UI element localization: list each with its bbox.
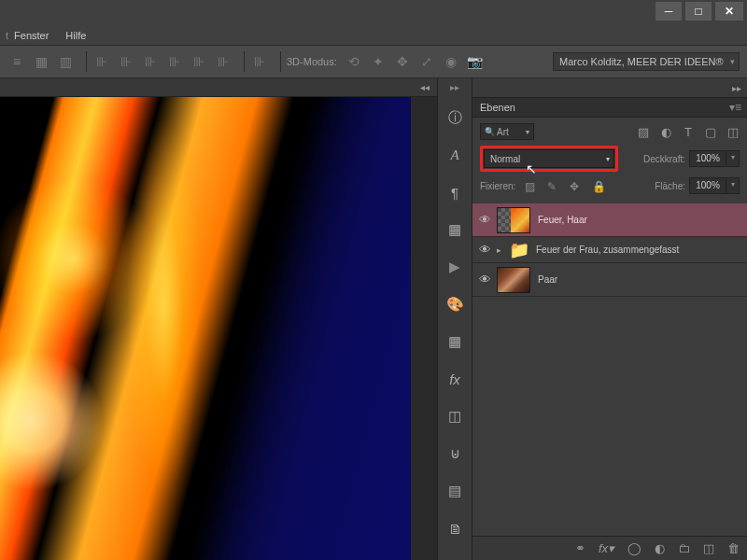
opacity-flyout-icon[interactable]: ▾	[726, 150, 740, 167]
layer-name[interactable]: Feuer der Frau, zusammengefasst	[536, 245, 679, 255]
distribute-icon[interactable]: ⊪	[250, 52, 269, 71]
document-icon[interactable]: 🗎	[442, 515, 468, 541]
pan-icon[interactable]: ✦	[369, 52, 388, 71]
filter-adjust-icon[interactable]: ◐	[659, 125, 672, 138]
distribute-icon[interactable]: ⊪	[190, 52, 208, 71]
menu-fenster[interactable]: Fenster	[14, 30, 49, 41]
filter-pixel-icon[interactable]: ▨	[637, 125, 650, 138]
workspace-dropdown[interactable]: Marco Kolditz, MEER DER IDEEN®	[553, 52, 740, 71]
distribute-icon[interactable]: ⊪	[165, 52, 184, 71]
visibility-icon[interactable]: 👁	[472, 213, 497, 227]
fill-input[interactable]: 100%	[689, 177, 726, 194]
new-layer-icon[interactable]: ◫	[703, 541, 714, 555]
distribute-icon[interactable]: ⊪	[92, 52, 111, 71]
fx-icon[interactable]: fx	[442, 366, 468, 392]
mask-icon[interactable]: ◯	[627, 541, 641, 555]
group-icon[interactable]: 🗀	[678, 541, 690, 555]
maximize-button[interactable]: □	[685, 2, 712, 21]
orbit-icon[interactable]: ⟲	[345, 52, 363, 71]
align-icon[interactable]: ≡	[7, 52, 26, 71]
play-icon[interactable]: ▶	[442, 254, 468, 280]
minimize-button[interactable]: ─	[655, 2, 682, 21]
link-icon[interactable]: ⚭	[575, 541, 585, 555]
layer-thumbnail[interactable]	[497, 267, 530, 293]
align-icon[interactable]: ▥	[56, 52, 75, 71]
collapse-icon[interactable]: ◂◂	[420, 82, 430, 92]
swatches-icon[interactable]: ▦	[442, 217, 468, 243]
opacity-input[interactable]: 100%	[689, 150, 726, 167]
blend-mode-value: Normal	[490, 154, 520, 164]
panel-title[interactable]: Ebenen	[480, 102, 729, 113]
layers-list: 👁 Feuer, Haar 👁 ▸ Feuer der Frau, zusamm…	[472, 203, 747, 536]
adjustment-icon[interactable]: ◐	[655, 541, 665, 555]
collapse-icon[interactable]: ▸▸	[732, 83, 741, 93]
visibility-icon[interactable]: 👁	[472, 273, 497, 287]
filter-shape-icon[interactable]: ▢	[704, 125, 717, 138]
fill-label: Fläche:	[655, 181, 685, 191]
blend-mode-dropdown[interactable]: Normal ↖	[484, 149, 614, 168]
color-icon[interactable]: 🎨	[442, 291, 468, 317]
scale-icon[interactable]: ⤢	[417, 52, 436, 71]
layer-row[interactable]: 👁 Feuer, Haar	[472, 203, 747, 237]
panel-dock: ▸▸ ⓘ A ¶ ▦ ▶ 🎨 ▦ fx ◫ ⊍ ▤ 🗎	[437, 78, 472, 560]
lock-position-icon[interactable]: ✥	[570, 180, 582, 192]
menu-hilfe[interactable]: Hilfe	[65, 30, 86, 41]
distribute-icon[interactable]: ⊪	[141, 52, 160, 71]
lock-transparent-icon[interactable]: ▨	[525, 180, 537, 192]
panel-header: Ebenen ▾≡	[472, 97, 747, 118]
distribute-icon[interactable]: ⊪	[214, 52, 233, 71]
layer-name[interactable]: Paar	[538, 274, 557, 285]
fill-flyout-icon[interactable]: ▾	[726, 177, 740, 194]
align-icon[interactable]: ▦	[32, 52, 50, 71]
grid-icon[interactable]: ▦	[442, 329, 468, 355]
folder-icon[interactable]	[510, 242, 529, 259]
canvas-area[interactable]: ◂◂	[0, 78, 437, 560]
cursor-icon: ↖	[526, 161, 537, 176]
layer-row[interactable]: 👁 ▸ Feuer der Frau, zusammengefasst	[472, 237, 747, 263]
visibility-icon[interactable]: 👁	[472, 243, 497, 257]
trash-icon[interactable]: 🗑	[727, 541, 740, 555]
character-icon[interactable]: A	[442, 142, 468, 168]
highlight-annotation: Normal ↖	[480, 146, 618, 172]
move-icon[interactable]: ✥	[393, 52, 412, 71]
camera-icon[interactable]: 📷	[466, 52, 485, 71]
info-icon[interactable]: ⓘ	[442, 105, 468, 131]
filter-smart-icon[interactable]: ◫	[726, 125, 740, 138]
fx-icon[interactable]: fx▾	[599, 541, 614, 555]
light-icon[interactable]: ◉	[442, 52, 460, 71]
paragraph-icon[interactable]: ¶	[442, 179, 468, 205]
close-button[interactable]: ✕	[715, 2, 743, 21]
navigator-icon[interactable]: ▤	[442, 478, 468, 504]
layers-icon[interactable]: ◫	[442, 403, 468, 429]
mode3d-label: 3D-Modus:	[287, 56, 337, 67]
lock-label: Fixieren:	[480, 181, 515, 191]
expand-icon[interactable]: ▸	[497, 245, 510, 255]
layer-thumbnail[interactable]	[497, 207, 530, 233]
collapse-icon[interactable]: ▸▸	[450, 82, 459, 92]
menu-bar: t Fenster Hilfe	[0, 26, 747, 45]
layer-row[interactable]: 👁 Paar	[472, 263, 747, 297]
opacity-label: Deckkraft:	[643, 154, 685, 164]
lock-pixels-icon[interactable]: ✎	[547, 180, 559, 192]
lock-all-icon[interactable]: 🔒	[592, 180, 604, 192]
layers-footer: ⚭ fx▾ ◯ ◐ 🗀 ◫ 🗑	[472, 536, 747, 560]
layer-name[interactable]: Feuer, Haar	[538, 215, 587, 225]
filter-type-icon[interactable]: T	[682, 125, 695, 138]
canvas[interactable]	[0, 97, 411, 560]
layer-filter-dropdown[interactable]: Art	[480, 123, 534, 140]
distribute-icon[interactable]: ⊪	[117, 52, 135, 71]
usb-icon[interactable]: ⊍	[442, 441, 468, 467]
options-bar: ≡ ▦ ▥ ⊪ ⊪ ⊪ ⊪ ⊪ ⊪ ⊪ 3D-Modus: ⟲ ✦ ✥ ⤢ ◉ …	[0, 45, 747, 78]
panel-menu-icon[interactable]: ▾≡	[729, 101, 741, 114]
